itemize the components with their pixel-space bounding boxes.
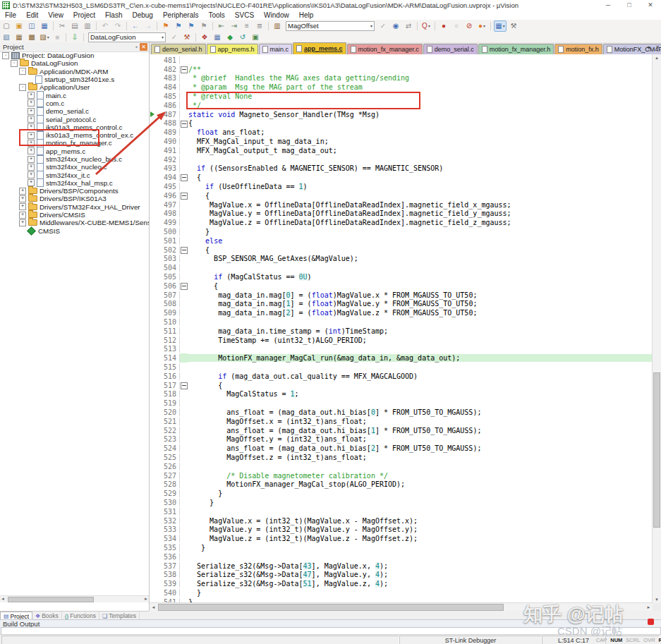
close-button[interactable]: ✕	[640, 0, 661, 11]
download-icon[interactable]: ⇩	[69, 32, 80, 42]
batch-build-icon[interactable]: ▨▾	[39, 32, 50, 42]
editor-hscrollbar[interactable]: ◄ ►	[150, 602, 653, 611]
debug-windows-icon[interactable]: ▦▾	[494, 20, 507, 32]
menu-item-edit[interactable]: Edit	[21, 11, 43, 20]
tree-item-stm32f4xx-hal-msp-c[interactable]: +stm32f4xx_hal_msp.c	[0, 179, 149, 187]
fold-minus-icon[interactable]	[181, 382, 188, 389]
tree-item-cmsis[interactable]: CMSIS	[0, 227, 149, 235]
tree-item-stm32f4xx-it-c[interactable]: +stm32f4xx_it.c	[0, 171, 149, 178]
tree-item-stm32f4xx-nucleo-c[interactable]: +stm32f4xx_nucleo.c	[0, 163, 149, 171]
options-for-target-icon[interactable]: ⚒	[181, 32, 193, 42]
tab-app-mems-h[interactable]: app_mems.h	[207, 44, 258, 54]
grep-check-icon[interactable]: ✓	[377, 21, 389, 31]
document-list-icon[interactable]: ▼	[646, 45, 651, 50]
fold-minus-icon[interactable]	[181, 193, 188, 200]
translate-icon[interactable]: ▧	[1, 32, 12, 42]
target-check-icon[interactable]: ✓	[169, 32, 180, 42]
tree-item-iks01a3-mems-control-ex-c[interactable]: +iks01a3_mems_control_ex.c	[0, 131, 149, 139]
scroll-right-icon[interactable]: ►	[645, 604, 653, 611]
expander-icon[interactable]: +	[28, 171, 35, 178]
tab-demo-serial-c[interactable]: demo_serial.c	[423, 44, 478, 54]
expander-icon[interactable]: +	[19, 219, 26, 226]
close-document-icon[interactable]: ✕	[655, 44, 660, 50]
tab-app-mems-c[interactable]: app_mems.c	[293, 42, 346, 54]
code-editor[interactable]: 481482/**483 * @brief Handles the MAG ax…	[150, 54, 653, 603]
expander-icon[interactable]: +	[28, 132, 35, 139]
tree-item-middlewares-x-cube-mems1-sensors-stm32-motionf[interactable]: +Middlewares/X-CUBE-MEMS1/Sensors/STM32_…	[0, 219, 149, 226]
tree-item-datalogfusion[interactable]: -DataLogFusion	[0, 59, 149, 67]
navigate-forward-icon[interactable]: →	[142, 21, 154, 31]
expander-icon[interactable]: +	[19, 195, 26, 202]
disable-breakpoint-icon[interactable]: ○	[451, 21, 462, 31]
tab-motion-fx-manager-c[interactable]: motion_fx_manager.c	[347, 44, 423, 54]
tree-item-drivers-stm32f4xx-hal-driver[interactable]: +Drivers/STM32F4xx_HAL_Driver	[0, 203, 149, 211]
scroll-left-icon[interactable]: ◄	[150, 604, 157, 611]
scroll-thumb[interactable]	[158, 604, 504, 611]
expander-icon[interactable]: +	[28, 147, 35, 154]
toggle-bookmark-icon[interactable]: ⚑	[160, 21, 171, 31]
find-in-files-icon[interactable]: ▥	[272, 21, 283, 31]
save-all-icon[interactable]: ▦	[39, 21, 50, 31]
expander-icon[interactable]: +	[28, 108, 35, 115]
tree-item-com-c[interactable]: +com.c	[0, 99, 149, 107]
expander-icon[interactable]: +	[28, 179, 35, 186]
expander-icon[interactable]: +	[28, 92, 35, 99]
expander-icon[interactable]: -	[19, 68, 26, 75]
menu-item-help[interactable]: Help	[294, 11, 319, 20]
tree-item-serial-protocol-c[interactable]: +serial_protocol.c	[0, 115, 149, 123]
build-icon[interactable]: ▦	[13, 32, 25, 42]
tree-item-demo-serial-c[interactable]: +demo_serial.c	[0, 107, 149, 115]
breakpoint-list-icon[interactable]: ●▾	[476, 21, 487, 31]
pin-icon[interactable]: ▪	[135, 44, 138, 50]
manage-components-icon[interactable]: ❖	[199, 32, 210, 42]
paste-icon[interactable]: ▥	[82, 21, 93, 31]
copy-icon[interactable]: ▤	[69, 21, 80, 31]
configure-wrench-icon[interactable]: ⚒	[508, 21, 519, 31]
save-icon[interactable]: ◫	[26, 21, 37, 31]
unindent-icon[interactable]: ⇤	[216, 21, 227, 31]
tree-item-application-user[interactable]: -Application/User	[0, 83, 149, 91]
tree-item-startup-stm32f401xe-s[interactable]: startup_stm32f401xe.s	[0, 75, 149, 83]
next-bookmark-icon[interactable]: ⚑	[186, 21, 197, 31]
tree-item-stm32f4xx-nucleo-bus-c[interactable]: +stm32f4xx_nucleo_bus.c	[0, 155, 149, 163]
fold-minus-icon[interactable]	[181, 247, 188, 254]
tree-item-drivers-bsp-components[interactable]: +Drivers/BSP/Components	[0, 187, 149, 195]
tree-item-application-mdk-arm[interactable]: -Application/MDK-ARM	[0, 68, 149, 75]
menu-item-flash[interactable]: Flash	[100, 11, 127, 20]
close-panel-icon[interactable]: ✕	[140, 43, 147, 51]
uncomment-icon[interactable]: ≣	[254, 21, 265, 31]
clear-bookmarks-icon[interactable]: ⚑	[198, 21, 210, 31]
fold-minus-icon[interactable]	[181, 283, 188, 290]
redo-icon[interactable]: ↷	[112, 21, 123, 31]
expander-icon[interactable]: +	[28, 156, 35, 163]
file-extensions-icon[interactable]: ▦	[212, 32, 223, 42]
tree-item-app-mems-c[interactable]: +app_mems.c	[0, 147, 149, 155]
flash-download-icon[interactable]: ▣	[250, 32, 261, 42]
navigate-back-icon[interactable]: ←	[130, 21, 141, 31]
tree-item-iks01a3-mems-control-c[interactable]: +iks01a3_mems_control.c	[0, 123, 149, 131]
expander-icon[interactable]: +	[28, 140, 35, 147]
tab-motion-fx-manager-h[interactable]: motion_fx_manager.h	[478, 44, 554, 54]
menu-item-peripherals[interactable]: Peripherals	[158, 11, 204, 20]
open-file-icon[interactable]: ▣	[13, 21, 25, 31]
scroll-down-icon[interactable]: ▼	[653, 596, 661, 603]
scroll-left-icon[interactable]: ◄	[1, 596, 5, 602]
expander-icon[interactable]: +	[28, 164, 35, 171]
menu-item-project[interactable]: Project	[68, 11, 100, 20]
tree-item-drivers-cmsis[interactable]: +Drivers/CMSIS	[0, 211, 149, 219]
chevron-down-icon[interactable]: ▾	[370, 23, 372, 28]
scroll-thumb[interactable]	[8, 597, 94, 602]
expander-icon[interactable]: -	[19, 84, 26, 91]
tree-item-main-c[interactable]: +main.c	[0, 91, 149, 99]
fold-minus-icon[interactable]	[181, 174, 188, 181]
expander-icon[interactable]: -	[2, 52, 9, 59]
expander-icon[interactable]: +	[28, 99, 35, 107]
breakpoint-icon[interactable]: ●	[438, 21, 449, 31]
incremental-find-icon[interactable]: ⇄	[403, 21, 414, 31]
cut-icon[interactable]: ✂	[56, 21, 68, 31]
rebuild-icon[interactable]: ▩	[26, 32, 37, 42]
tree-item-motion-fx-manager-c[interactable]: +motion_fx_manager.c	[0, 139, 149, 147]
expander-icon[interactable]: +	[19, 203, 26, 210]
pack-installer-icon[interactable]: ◆	[224, 32, 236, 42]
chevron-down-icon[interactable]: ▾	[162, 35, 164, 40]
